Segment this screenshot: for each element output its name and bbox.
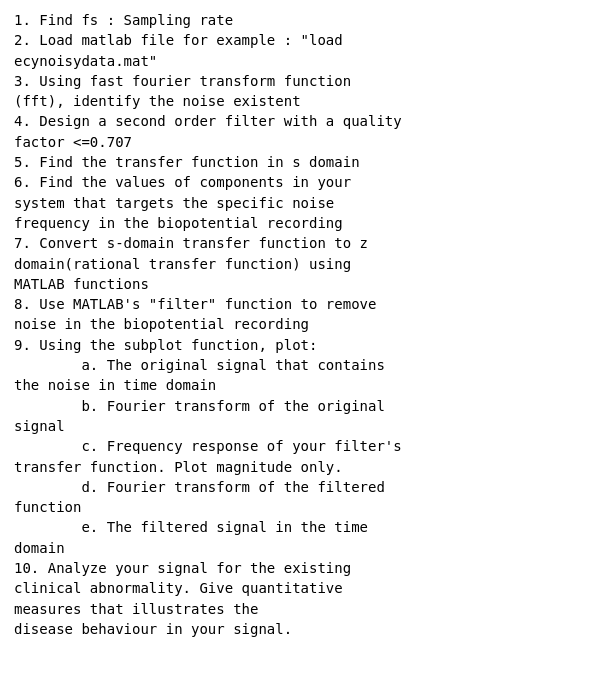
main-content: 1. Find fs : Sampling rate 2. Load matla… bbox=[0, 0, 596, 653]
instructions-text: 1. Find fs : Sampling rate 2. Load matla… bbox=[14, 10, 582, 639]
